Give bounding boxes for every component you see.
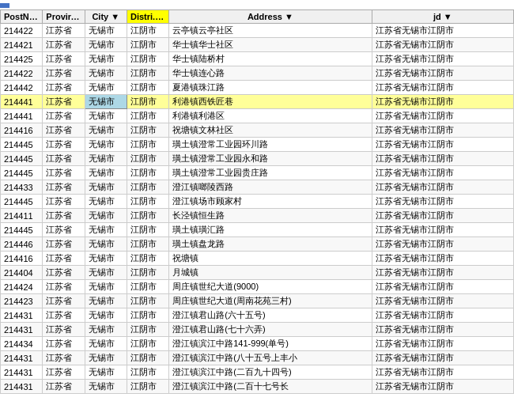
table-row[interactable]: 214441江苏省无锡市江阴市利港镇利港区江苏省无锡市江阴市 [1,109,514,123]
table-row[interactable]: 214431江苏省无锡市江阴市澄江镇滨江中路(二百十七号长江苏省无锡市江阴市 [1,380,514,394]
cell-jd: 江苏省无锡市江阴市 [372,166,513,180]
cell-postnum: 214445 [1,152,43,166]
table-row[interactable]: 214416江苏省无锡市江阴市祝塘镇文林社区江苏省无锡市江阴市 [1,123,514,138]
cell-district: 江阴市 [127,252,168,266]
cell-postnum: 214442 [1,81,43,95]
cell-district: 江阴市 [127,38,168,52]
cell-province: 江苏省 [43,337,85,351]
cell-district: 江阴市 [127,152,168,166]
cell-address: 澄江镇啷陵西路 [169,180,372,195]
table-row[interactable]: 214433江苏省无锡市江阴市澄江镇啷陵西路江苏省无锡市江阴市 [1,180,514,195]
table-row[interactable]: 214442江苏省无锡市江阴市夏港镇珠江路江苏省无锡市江阴市 [1,81,514,95]
cell-province: 江苏省 [43,252,85,266]
cell-address: 华士镇华士社区 [169,38,372,52]
cell-province: 江苏省 [43,52,85,66]
col-header-jd[interactable]: jd ▼ [372,10,513,24]
title-bar [0,3,9,8]
cell-district: 江阴市 [127,280,168,294]
cell-city: 无锡市 [85,294,127,308]
cell-jd: 江苏省无锡市江阴市 [372,223,513,237]
cell-address: 璜土镇澄常工业园贵庄路 [169,166,372,180]
col-header-postnum[interactable]: PostNum ▼ [1,10,43,24]
cell-district: 江阴市 [127,380,168,394]
cell-city: 无锡市 [85,237,127,252]
cell-city: 无锡市 [85,38,127,52]
table-row[interactable]: 214425江苏省无锡市江阴市华士镇陆桥村江苏省无锡市江阴市 [1,52,514,66]
cell-province: 江苏省 [43,81,85,95]
table-row[interactable]: 214445江苏省无锡市江阴市璜土镇澄常工业园贵庄路江苏省无锡市江阴市 [1,166,514,180]
table-row[interactable]: 214445江苏省无锡市江阴市璜土镇澄常工业园永和路江苏省无锡市江阴市 [1,152,514,166]
cell-address: 长泾镇恒生路 [169,209,372,223]
table-row[interactable]: 214445江苏省无锡市江阴市璜土镇澄常工业园环川路江苏省无锡市江阴市 [1,138,514,152]
table-row[interactable]: 214445江苏省无锡市江阴市璜土镇璜汇路江苏省无锡市江阴市 [1,223,514,237]
cell-province: 江苏省 [43,138,85,152]
cell-postnum: 214404 [1,266,43,280]
cell-district: 江阴市 [127,52,168,66]
cell-postnum: 214411 [1,209,43,223]
cell-province: 江苏省 [43,308,85,323]
cell-address: 澄江镇滨江中路(二百九十四号) [169,365,372,380]
cell-district: 江阴市 [127,223,168,237]
table-row[interactable]: 214446江苏省无锡市江阴市璜土镇盘龙路江苏省无锡市江阴市 [1,237,514,252]
cell-jd: 江苏省无锡市江阴市 [372,252,513,266]
table-row[interactable]: 214441江苏省无锡市江阴市利港镇西铁匠巷江苏省无锡市江阴市 [1,95,514,109]
table-row[interactable]: 214431江苏省无锡市江阴市澄江镇滨江中路(二百九十四号)江苏省无锡市江阴市 [1,365,514,380]
cell-city: 无锡市 [85,266,127,280]
table-row[interactable]: 214431江苏省无锡市江阴市澄江镇君山路(七十六弄)江苏省无锡市江阴市 [1,323,514,337]
col-header-province[interactable]: Provir... ▼ [43,10,85,24]
table-row[interactable]: 214411江苏省无锡市江阴市长泾镇恒生路江苏省无锡市江阴市 [1,209,514,223]
cell-jd: 江苏省无锡市江阴市 [372,66,513,81]
cell-postnum: 214422 [1,66,43,81]
cell-jd: 江苏省无锡市江阴市 [372,52,513,66]
cell-city: 无锡市 [85,138,127,152]
data-table: PostNum ▼Provir... ▼City ▼Distri... ▼Add… [0,9,514,394]
cell-jd: 江苏省无锡市江阴市 [372,294,513,308]
cell-province: 江苏省 [43,266,85,280]
cell-district: 江阴市 [127,209,168,223]
cell-address: 璜土镇璜汇路 [169,223,372,237]
cell-province: 江苏省 [43,365,85,380]
cell-city: 无锡市 [85,337,127,351]
table-row[interactable]: 214434江苏省无锡市江阴市澄江镇滨江中路141-999(单号)江苏省无锡市江… [1,337,514,351]
cell-province: 江苏省 [43,380,85,394]
cell-address: 夏港镇珠江路 [169,81,372,95]
cell-city: 无锡市 [85,52,127,66]
cell-district: 江阴市 [127,308,168,323]
cell-postnum: 214434 [1,337,43,351]
cell-jd: 江苏省无锡市江阴市 [372,24,513,38]
table-row[interactable]: 214422江苏省无锡市江阴市云亭镇云亭社区江苏省无锡市江阴市 [1,24,514,38]
cell-address: 璜土镇澄常工业园永和路 [169,152,372,166]
table-row[interactable]: 214431江苏省无锡市江阴市澄江镇君山路(六十五号)江苏省无锡市江阴市 [1,308,514,323]
cell-district: 江阴市 [127,180,168,195]
cell-postnum: 214433 [1,180,43,195]
table-row[interactable]: 214424江苏省无锡市江阴市周庄镇世纪大道(9000)江苏省无锡市江阴市 [1,280,514,294]
table-row[interactable]: 214445江苏省无锡市江阴市澄江镇场市顾家村江苏省无锡市江阴市 [1,195,514,209]
cell-city: 无锡市 [85,81,127,95]
cell-jd: 江苏省无锡市江阴市 [372,152,513,166]
cell-postnum: 214421 [1,38,43,52]
cell-province: 江苏省 [43,209,85,223]
cell-postnum: 214431 [1,323,43,337]
col-header-city[interactable]: City ▼ [85,10,127,24]
cell-city: 无锡市 [85,252,127,266]
cell-province: 江苏省 [43,166,85,180]
col-header-district[interactable]: Distri... ▼ [127,10,168,24]
col-header-address[interactable]: Address ▼ [169,10,372,24]
cell-postnum: 214416 [1,123,43,138]
cell-postnum: 214423 [1,294,43,308]
table-row[interactable]: 214421江苏省无锡市江阴市华士镇华士社区江苏省无锡市江阴市 [1,38,514,52]
table-row[interactable]: 214416江苏省无锡市江阴市祝塘镇江苏省无锡市江阴市 [1,252,514,266]
cell-city: 无锡市 [85,323,127,337]
cell-city: 无锡市 [85,123,127,138]
cell-district: 江阴市 [127,365,168,380]
table-row[interactable]: 214422江苏省无锡市江阴市华士镇连心路江苏省无锡市江阴市 [1,66,514,81]
cell-district: 江阴市 [127,266,168,280]
table-row[interactable]: 214404江苏省无锡市江阴市月城镇江苏省无锡市江阴市 [1,266,514,280]
cell-postnum: 214422 [1,24,43,38]
table-row[interactable]: 214431江苏省无锡市江阴市澄江镇滨江中路(八十五号上丰小江苏省无锡市江阴市 [1,351,514,365]
cell-address: 澄江镇滨江中路(八十五号上丰小 [169,351,372,365]
cell-province: 江苏省 [43,38,85,52]
cell-postnum: 214445 [1,223,43,237]
cell-province: 江苏省 [43,223,85,237]
table-row[interactable]: 214423江苏省无锡市江阴市周庄镇世纪大道(周南花苑三村)江苏省无锡市江阴市 [1,294,514,308]
